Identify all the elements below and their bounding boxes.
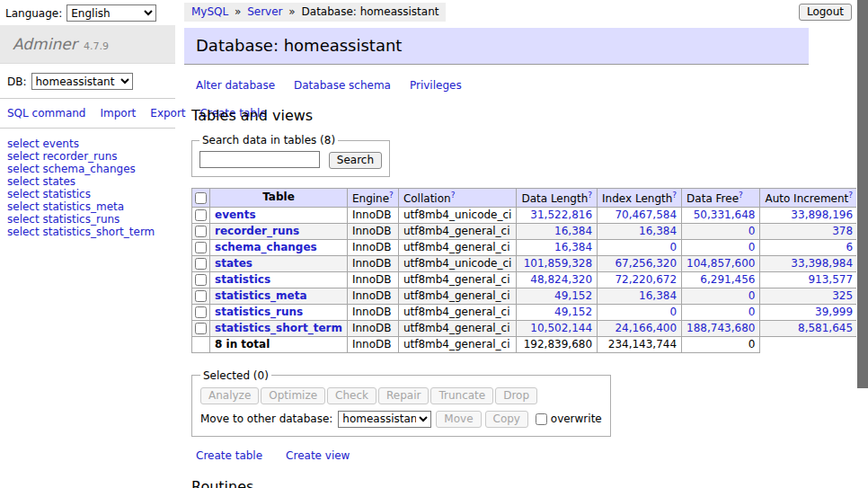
index-length-cell-link[interactable]: 0 bbox=[669, 241, 677, 253]
table-name-link[interactable]: statistics_meta bbox=[215, 289, 307, 302]
sidebar-select-link[interactable]: select events bbox=[7, 138, 168, 150]
data-length-cell-link[interactable]: 49,152 bbox=[554, 306, 592, 318]
breadcrumb-link[interactable]: Server bbox=[247, 5, 282, 18]
table-name-link[interactable]: recorder_runs bbox=[215, 225, 299, 237]
row-checkbox[interactable] bbox=[195, 226, 207, 237]
vertical-scrollbar[interactable] bbox=[856, 0, 868, 488]
data-free-cell-link[interactable]: 0 bbox=[748, 241, 756, 253]
auto-increment-cell-link[interactable]: 33,398,984 bbox=[791, 257, 853, 270]
data-free-cell-link[interactable]: 104,857,600 bbox=[686, 257, 755, 270]
row-checkbox[interactable] bbox=[195, 274, 207, 286]
data-free-cell-link[interactable]: 188,743,680 bbox=[686, 322, 755, 334]
sidebar-action-link[interactable]: SQL command bbox=[7, 107, 85, 120]
column-help-link[interactable]: ? bbox=[739, 191, 743, 200]
table-name-link[interactable]: events bbox=[215, 209, 256, 221]
row-checkbox[interactable] bbox=[195, 209, 207, 221]
column-help-link[interactable]: ? bbox=[451, 191, 456, 200]
sidebar-select-link[interactable]: select statistics bbox=[7, 188, 168, 200]
index-length-cell-link[interactable]: 16,384 bbox=[639, 289, 677, 302]
sidebar-select-link[interactable]: select statistics_short_term bbox=[7, 226, 168, 238]
repair-button[interactable]: Repair bbox=[378, 387, 429, 404]
row-checkbox[interactable] bbox=[195, 290, 207, 302]
analyze-button[interactable]: Analyze bbox=[200, 387, 259, 404]
table-row: statistics_metaInnoDButf8mb4_general_ci4… bbox=[192, 288, 868, 304]
data-length-cell-link[interactable]: 101,859,328 bbox=[524, 257, 592, 270]
select-all-checkbox[interactable] bbox=[195, 192, 207, 204]
row-checkbox[interactable] bbox=[195, 258, 207, 270]
copy-button[interactable]: Copy bbox=[485, 411, 528, 428]
row-checkbox-cell bbox=[192, 207, 210, 223]
drop-button[interactable]: Drop bbox=[495, 387, 537, 404]
index-length-cell-link[interactable]: 16,384 bbox=[639, 225, 677, 237]
collation-cell: utf8mb4_general_ci bbox=[398, 304, 517, 320]
sidebar-action-link[interactable]: Export bbox=[150, 107, 185, 120]
db-select[interactable]: homeassistant bbox=[31, 73, 133, 90]
auto-increment-cell-link[interactable]: 33,898,196 bbox=[791, 209, 853, 221]
data-free-cell-link[interactable]: 50,331,648 bbox=[694, 209, 756, 221]
collation-cell: utf8mb4_unicode_ci bbox=[398, 207, 517, 223]
column-help-link[interactable]: ? bbox=[672, 191, 677, 200]
move-button[interactable]: Move bbox=[436, 411, 481, 428]
table-name-link[interactable]: statistics_short_term bbox=[215, 322, 342, 334]
index-length-cell-link[interactable]: 24,166,400 bbox=[615, 322, 677, 334]
data-free-cell-link[interactable]: 0 bbox=[748, 225, 756, 237]
language-select[interactable]: English bbox=[66, 4, 156, 22]
data-length-cell-link[interactable]: 16,384 bbox=[554, 225, 592, 237]
data-free-cell-link[interactable]: 0 bbox=[748, 289, 756, 302]
auto-increment-cell-link[interactable]: 6 bbox=[846, 241, 853, 253]
data-length-cell-link[interactable]: 16,384 bbox=[554, 241, 592, 253]
truncate-button[interactable]: Truncate bbox=[430, 387, 493, 404]
auto-increment-cell-link[interactable]: 8,581,645 bbox=[798, 322, 853, 334]
table-name-link[interactable]: states bbox=[215, 257, 252, 270]
total-index-length-cell: 234,143,744 bbox=[598, 336, 682, 352]
database-nav-link[interactable]: Database schema bbox=[294, 79, 391, 92]
table-name-cell: recorder_runs bbox=[210, 223, 348, 239]
data-length-cell-link[interactable]: 10,502,144 bbox=[530, 322, 592, 334]
sidebar-select-link[interactable]: select statistics_runs bbox=[7, 213, 168, 226]
data-length-cell-link[interactable]: 49,152 bbox=[554, 289, 592, 302]
sidebar-select-link[interactable]: select recorder_runs bbox=[7, 150, 168, 163]
sidebar-select-link[interactable]: select schema_changes bbox=[7, 163, 168, 175]
create-link[interactable]: Create table bbox=[196, 449, 262, 462]
table-name-link[interactable]: statistics bbox=[215, 273, 270, 286]
database-nav-link[interactable]: Alter database bbox=[196, 79, 275, 92]
row-checkbox-cell bbox=[192, 255, 210, 271]
check-button[interactable]: Check bbox=[327, 387, 376, 404]
database-nav-link[interactable]: Privileges bbox=[410, 79, 462, 92]
column-help-link[interactable]: ? bbox=[389, 191, 394, 200]
column-help: ? bbox=[451, 190, 456, 200]
auto-increment-cell-link[interactable]: 39,999 bbox=[815, 306, 853, 318]
create-link[interactable]: Create view bbox=[286, 449, 350, 462]
data-length-cell-link[interactable]: 48,824,320 bbox=[530, 273, 592, 286]
table-name-link[interactable]: schema_changes bbox=[215, 241, 317, 253]
auto-increment-cell-link[interactable]: 913,577 bbox=[808, 273, 853, 286]
row-checkbox[interactable] bbox=[195, 306, 207, 318]
breadcrumb-link[interactable]: MySQL bbox=[191, 5, 228, 18]
row-checkbox[interactable] bbox=[195, 242, 207, 253]
collation-cell: utf8mb4_general_ci bbox=[398, 239, 517, 255]
search-button[interactable]: Search bbox=[329, 152, 382, 169]
overwrite-checkbox[interactable] bbox=[536, 413, 547, 425]
column-help-link[interactable]: ? bbox=[848, 191, 853, 200]
move-db-select[interactable]: homeassistant bbox=[338, 411, 431, 428]
search-input[interactable] bbox=[199, 151, 320, 168]
index-length-cell-link[interactable]: 0 bbox=[669, 306, 677, 318]
auto-increment-cell-link[interactable]: 378 bbox=[832, 225, 853, 237]
data-length-cell-link[interactable]: 31,522,816 bbox=[530, 209, 592, 221]
scrollbar-thumb[interactable] bbox=[857, 0, 868, 388]
language-label: Language: bbox=[5, 7, 62, 20]
auto-increment-cell-link[interactable]: 325 bbox=[832, 289, 853, 302]
row-checkbox[interactable] bbox=[195, 323, 207, 334]
sidebar-action-link[interactable]: Import bbox=[100, 107, 136, 120]
data-free-cell-link[interactable]: 0 bbox=[748, 306, 756, 318]
data-free-cell-link[interactable]: 6,291,456 bbox=[700, 273, 755, 286]
sidebar-select-link[interactable]: select states bbox=[7, 175, 168, 188]
index-length-cell-link[interactable]: 72,220,672 bbox=[615, 273, 677, 286]
table-total-row: 8 in totalInnoDButf8mb4_general_ci192,83… bbox=[192, 336, 868, 352]
index-length-cell-link[interactable]: 70,467,584 bbox=[615, 209, 677, 221]
column-help-link[interactable]: ? bbox=[588, 191, 592, 200]
optimize-button[interactable]: Optimize bbox=[261, 387, 325, 404]
sidebar-select-link[interactable]: select statistics_meta bbox=[7, 200, 168, 213]
table-name-link[interactable]: statistics_runs bbox=[215, 306, 303, 318]
index-length-cell-link[interactable]: 67,256,320 bbox=[615, 257, 677, 270]
